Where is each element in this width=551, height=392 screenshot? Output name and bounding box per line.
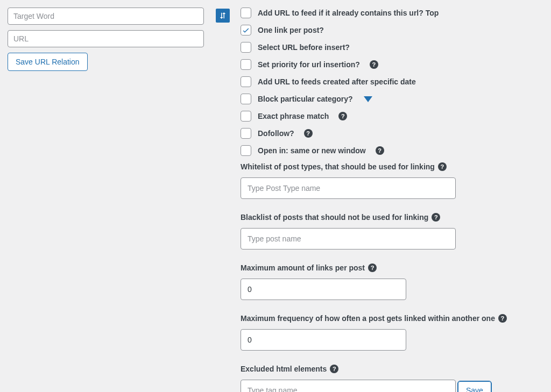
- save-button[interactable]: Save: [458, 381, 491, 392]
- target-word-input[interactable]: [8, 8, 204, 25]
- checkbox-set-priority[interactable]: [241, 59, 251, 70]
- checkbox-open-in-window[interactable]: [241, 145, 251, 156]
- max-links-label: Maximum amount of links per post: [241, 263, 365, 272]
- max-freq-label: Maximum frequency of how often a post ge…: [241, 314, 495, 323]
- option-label: Set priority for url insertion?: [258, 60, 360, 69]
- checkbox-exact-phrase[interactable]: [241, 111, 251, 122]
- help-icon[interactable]: ?: [376, 146, 384, 155]
- help-icon[interactable]: ?: [498, 314, 507, 323]
- save-url-relation-button[interactable]: Save URL Relation: [8, 53, 88, 71]
- option-label: One link per post?: [258, 26, 324, 34]
- help-icon[interactable]: ?: [370, 60, 378, 69]
- max-links-input[interactable]: [241, 279, 406, 300]
- option-label: Block particular category?: [258, 95, 353, 103]
- blacklist-label: Blacklist of posts that should not be us…: [241, 213, 428, 222]
- help-icon[interactable]: ?: [368, 263, 377, 272]
- option-label: Open in: same or new window: [258, 146, 366, 155]
- excluded-label: Excluded html elements: [241, 365, 327, 373]
- expand-icon[interactable]: [364, 96, 372, 102]
- help-icon[interactable]: ?: [338, 112, 347, 120]
- checkbox-one-link-per-post[interactable]: [241, 25, 251, 35]
- help-icon[interactable]: ?: [432, 213, 440, 222]
- option-label: Add URL to feed if it already contains t…: [258, 9, 439, 17]
- help-icon[interactable]: ?: [438, 162, 447, 171]
- option-label: Dofollow?: [258, 129, 294, 138]
- checkbox-add-url-feed[interactable]: [241, 8, 251, 18]
- excluded-input[interactable]: [241, 380, 456, 392]
- option-label: Select URL before insert?: [258, 43, 350, 52]
- swap-icon[interactable]: [216, 9, 230, 23]
- option-label: Exact phrase match: [258, 112, 329, 120]
- max-freq-input[interactable]: [241, 329, 406, 351]
- url-input[interactable]: [8, 30, 204, 47]
- checkbox-block-category[interactable]: [241, 94, 251, 104]
- help-icon[interactable]: ?: [330, 365, 338, 373]
- checkbox-select-url-before-insert[interactable]: [241, 42, 251, 53]
- help-icon[interactable]: ?: [304, 129, 313, 138]
- option-label: Add URL to feeds created after specific …: [258, 77, 416, 86]
- checkbox-add-url-after-date[interactable]: [241, 76, 251, 87]
- whitelist-input[interactable]: [241, 177, 456, 199]
- checkbox-dofollow[interactable]: [241, 128, 251, 139]
- blacklist-input[interactable]: [241, 228, 456, 250]
- whitelist-label: Whitelist of post types, that should be …: [241, 162, 435, 171]
